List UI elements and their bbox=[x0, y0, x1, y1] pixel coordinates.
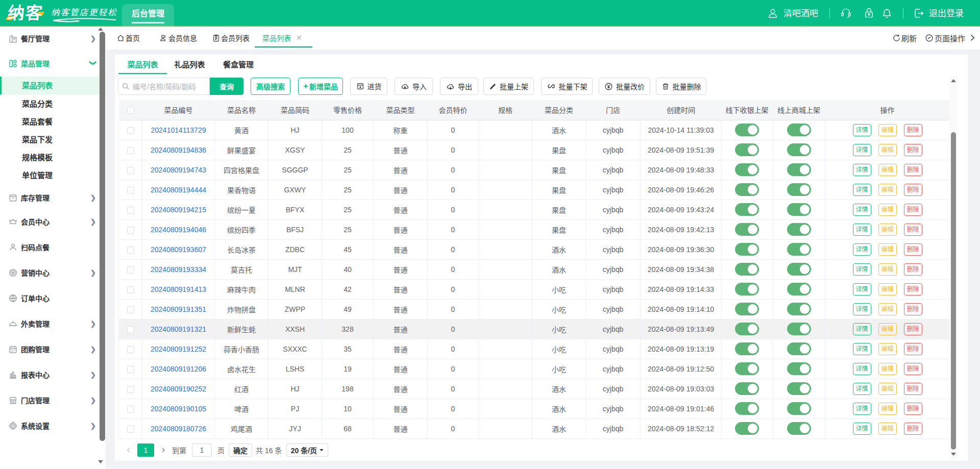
svg-text:纳客管店更轻松: 纳客管店更轻松 bbox=[51, 8, 117, 17]
